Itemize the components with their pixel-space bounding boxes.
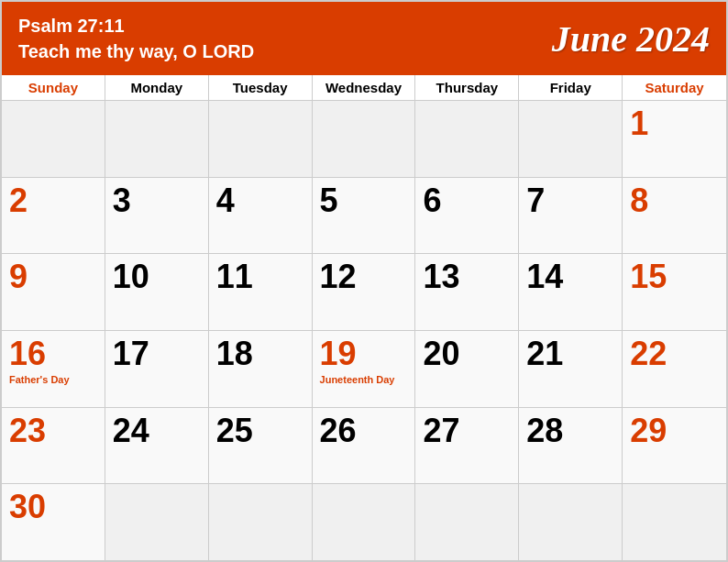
verse-line1: Psalm 27:11 — [18, 13, 254, 39]
day-cell — [519, 101, 623, 177]
day-number: 20 — [423, 336, 459, 372]
day-number: 27 — [423, 413, 459, 449]
day-event: Father's Day — [9, 374, 70, 386]
day-number: 25 — [216, 413, 253, 449]
day-cell: 2 — [2, 178, 105, 254]
day-header-saturday: Saturday — [623, 75, 726, 100]
day-header-monday: Monday — [105, 75, 209, 100]
header-month: June 2024 — [552, 17, 710, 61]
week-row-3: 9101112131415 — [2, 254, 726, 331]
week-row-2: 2345678 — [2, 178, 726, 255]
day-number: 2 — [9, 182, 28, 219]
day-cell: 3 — [105, 178, 209, 254]
day-cell — [209, 101, 313, 177]
day-number: 3 — [113, 182, 131, 219]
day-number: 1 — [630, 105, 648, 142]
day-cell — [2, 101, 105, 177]
day-cell — [415, 484, 519, 560]
day-cell: 22 — [623, 331, 726, 407]
weeks-container: 12345678910111213141516Father's Day17181… — [2, 101, 726, 560]
day-number: 15 — [630, 259, 667, 295]
day-cell — [105, 484, 209, 560]
day-number: 9 — [9, 259, 28, 295]
day-cell: 26 — [313, 408, 416, 484]
day-number: 11 — [216, 259, 253, 295]
day-cell: 24 — [105, 408, 209, 484]
day-number: 29 — [630, 413, 667, 449]
day-number: 19 — [320, 336, 357, 372]
day-cell: 30 — [2, 484, 105, 560]
day-cell: 5 — [313, 178, 416, 254]
day-cell — [313, 484, 416, 560]
day-cell: 9 — [2, 254, 105, 330]
week-row-5: 23242526272829 — [2, 408, 726, 485]
day-cell: 6 — [415, 178, 519, 254]
week-row-4: 16Father's Day171819Juneteenth Day202122 — [2, 331, 726, 408]
day-cell: 17 — [105, 331, 209, 407]
day-number: 13 — [423, 259, 459, 295]
day-cell: 18 — [209, 331, 313, 407]
day-number: 12 — [320, 259, 357, 295]
day-cell — [519, 484, 623, 560]
day-number: 30 — [9, 489, 46, 525]
day-number: 16 — [9, 336, 46, 372]
day-number: 10 — [113, 259, 149, 295]
day-cell: 29 — [623, 408, 726, 484]
day-number: 4 — [216, 182, 235, 219]
day-cell: 10 — [105, 254, 209, 330]
day-number: 17 — [113, 336, 149, 372]
verse-line2: Teach me thy way, O LORD — [18, 39, 254, 64]
day-number: 14 — [526, 259, 563, 295]
header-verse: Psalm 27:11 Teach me thy way, O LORD — [18, 13, 254, 64]
calendar-grid: SundayMondayTuesdayWednesdayThursdayFrid… — [2, 75, 726, 560]
day-cell: 25 — [209, 408, 313, 484]
day-cell: 13 — [415, 254, 519, 330]
day-number: 26 — [320, 413, 357, 449]
day-header-friday: Friday — [519, 75, 623, 100]
day-header-tuesday: Tuesday — [209, 75, 313, 100]
day-cell: 23 — [2, 408, 105, 484]
day-number: 6 — [423, 182, 441, 219]
day-number: 5 — [320, 182, 338, 219]
day-number: 7 — [526, 182, 545, 219]
day-headers-row: SundayMondayTuesdayWednesdayThursdayFrid… — [2, 75, 726, 101]
day-cell — [623, 484, 726, 560]
day-header-sunday: Sunday — [2, 75, 105, 100]
day-number: 21 — [526, 336, 563, 372]
day-number: 24 — [113, 413, 149, 449]
day-cell: 19Juneteenth Day — [313, 331, 416, 407]
day-cell: 11 — [209, 254, 313, 330]
day-cell: 14 — [519, 254, 623, 330]
day-header-wednesday: Wednesday — [313, 75, 416, 100]
day-cell: 27 — [415, 408, 519, 484]
day-cell: 4 — [209, 178, 313, 254]
day-cell: 1 — [623, 101, 726, 177]
day-cell: 16Father's Day — [2, 331, 105, 407]
week-row-6: 30 — [2, 484, 726, 560]
calendar-container: Psalm 27:11 Teach me thy way, O LORD Jun… — [0, 0, 728, 562]
day-number: 23 — [9, 413, 46, 449]
day-cell — [105, 101, 209, 177]
day-header-thursday: Thursday — [415, 75, 519, 100]
day-cell — [313, 101, 416, 177]
day-cell — [415, 101, 519, 177]
day-event: Juneteenth Day — [320, 374, 395, 386]
day-cell: 7 — [519, 178, 623, 254]
day-number: 28 — [526, 413, 563, 449]
day-cell: 21 — [519, 331, 623, 407]
week-row-1: 1 — [2, 101, 726, 178]
day-number: 18 — [216, 336, 253, 372]
calendar-header: Psalm 27:11 Teach me thy way, O LORD Jun… — [2, 2, 726, 75]
day-cell — [209, 484, 313, 560]
day-cell: 15 — [623, 254, 726, 330]
day-cell: 28 — [519, 408, 623, 484]
day-cell: 12 — [313, 254, 416, 330]
day-number: 8 — [630, 182, 648, 219]
day-number: 22 — [630, 336, 667, 372]
day-cell: 8 — [623, 178, 726, 254]
day-cell: 20 — [415, 331, 519, 407]
